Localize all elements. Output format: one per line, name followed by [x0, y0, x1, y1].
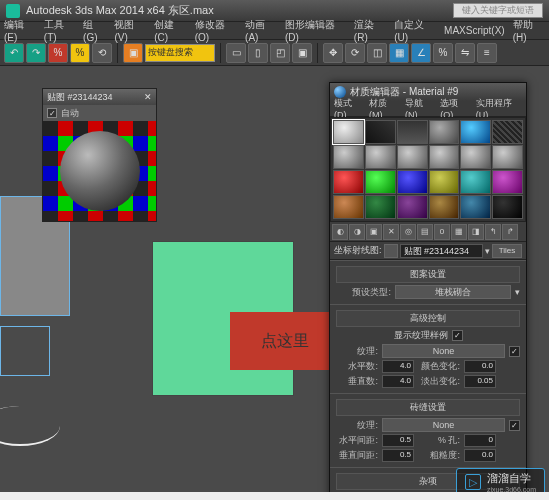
- material-sample-slot[interactable]: [397, 145, 428, 169]
- redo-button[interactable]: ↷: [26, 43, 46, 63]
- scale-button[interactable]: ◫: [367, 43, 387, 63]
- select-button[interactable]: ▣: [123, 43, 143, 63]
- window-crossing-button[interactable]: ▣: [292, 43, 312, 63]
- put-material-button[interactable]: ◑: [349, 224, 365, 240]
- material-sample-slot[interactable]: [460, 120, 491, 144]
- material-sample-slot[interactable]: [492, 145, 523, 169]
- dropdown-icon[interactable]: ▾: [515, 287, 520, 297]
- dropdown-icon[interactable]: ▾: [485, 246, 490, 256]
- menu-create[interactable]: 创建(C): [154, 18, 186, 43]
- material-sample-slot[interactable]: [492, 195, 523, 219]
- colorvar-label: 颜色变化:: [418, 360, 460, 373]
- selection-filter-input[interactable]: [145, 44, 215, 62]
- bind-button[interactable]: ⟲: [92, 43, 112, 63]
- section-header-grout[interactable]: 砖缝设置: [336, 399, 520, 416]
- menu-help[interactable]: 帮助(H): [513, 18, 545, 43]
- texture-window-titlebar[interactable]: 贴图 #23144234 ✕: [43, 89, 156, 105]
- material-sample-slot[interactable]: [429, 145, 460, 169]
- go-parent-button[interactable]: ↰: [485, 224, 501, 240]
- menu-group[interactable]: 组(G): [83, 18, 106, 43]
- menu-modifiers[interactable]: 修改器(O): [195, 18, 237, 43]
- select-name-button[interactable]: ▯: [248, 43, 268, 63]
- align-button[interactable]: ≡: [477, 43, 497, 63]
- material-sample-slot[interactable]: [333, 145, 364, 169]
- menu-customize[interactable]: 自定义(U): [394, 18, 436, 43]
- select-object-button[interactable]: ▭: [226, 43, 246, 63]
- material-sample-slot[interactable]: [397, 195, 428, 219]
- menu-graph[interactable]: 图形编辑器(D): [285, 18, 346, 43]
- material-sample-slot[interactable]: [365, 120, 396, 144]
- material-name-input[interactable]: 贴图 #23144234: [400, 244, 483, 258]
- material-sample-slot[interactable]: [365, 170, 396, 194]
- make-unique-button[interactable]: ◎: [400, 224, 416, 240]
- material-sample-slot[interactable]: [333, 120, 364, 144]
- vgap-spinner[interactable]: 0.5: [382, 449, 414, 462]
- material-sample-slots: [330, 117, 526, 222]
- auto-checkbox[interactable]: ✓: [47, 108, 57, 118]
- material-sample-slot[interactable]: [460, 145, 491, 169]
- snap-button[interactable]: ▦: [389, 43, 409, 63]
- mirror-button[interactable]: ⇋: [455, 43, 475, 63]
- select-region-button[interactable]: ◰: [270, 43, 290, 63]
- material-sample-slot[interactable]: [397, 120, 428, 144]
- menu-maxscript[interactable]: MAXScript(X): [444, 25, 505, 36]
- material-sample-slot[interactable]: [460, 195, 491, 219]
- texture-enable-checkbox[interactable]: ✓: [509, 346, 520, 357]
- rough-spinner[interactable]: 0.0: [464, 449, 496, 462]
- material-sample-slot[interactable]: [397, 170, 428, 194]
- section-header-advanced[interactable]: 高级控制: [336, 310, 520, 327]
- grout-texture-button[interactable]: None: [382, 418, 505, 432]
- menu-views[interactable]: 视图(V): [114, 18, 146, 43]
- scene-spline[interactable]: [0, 406, 60, 446]
- angle-snap-button[interactable]: ∠: [411, 43, 431, 63]
- material-sample-slot[interactable]: [429, 170, 460, 194]
- reset-map-button[interactable]: ✕: [383, 224, 399, 240]
- material-sample-slot[interactable]: [365, 145, 396, 169]
- hcount-spinner[interactable]: 4.0: [382, 360, 414, 373]
- texture-preview-window[interactable]: 贴图 #23144234 ✕ ✓ 自动: [42, 88, 157, 222]
- menu-animation[interactable]: 动画(A): [245, 18, 277, 43]
- tiles-type-button[interactable]: Tiles: [492, 244, 522, 258]
- preset-type-dropdown[interactable]: 堆栈砌合: [395, 285, 511, 299]
- fadevar-spinner[interactable]: 0.05: [464, 375, 496, 388]
- undo-button[interactable]: ↶: [4, 43, 24, 63]
- pick-map-button[interactable]: [384, 244, 398, 258]
- get-material-button[interactable]: ◐: [332, 224, 348, 240]
- show-end-result-button[interactable]: ◨: [468, 224, 484, 240]
- move-button[interactable]: ✥: [323, 43, 343, 63]
- menu-rendering[interactable]: 渲染(R): [354, 18, 386, 43]
- viewport[interactable]: 点这里 贴图 #23144234 ✕ ✓ 自动 材质编辑器 - Material…: [0, 66, 549, 500]
- scene-object[interactable]: [0, 326, 50, 376]
- material-editor-window[interactable]: 材质编辑器 - Material #9 模式(D) 材质(M) 导航(N) 选项…: [329, 82, 527, 500]
- material-sample-slot[interactable]: [460, 170, 491, 194]
- material-sample-slot[interactable]: [492, 170, 523, 194]
- go-forward-button[interactable]: ↱: [502, 224, 518, 240]
- put-library-button[interactable]: ▤: [417, 224, 433, 240]
- rotate-button[interactable]: ⟳: [345, 43, 365, 63]
- colorvar-spinner[interactable]: 0.0: [464, 360, 496, 373]
- link-button[interactable]: %: [48, 43, 68, 63]
- material-sample-slot[interactable]: [492, 120, 523, 144]
- menu-tools[interactable]: 工具(T): [44, 18, 75, 43]
- show-map-button[interactable]: ▦: [451, 224, 467, 240]
- vcount-spinner[interactable]: 4.0: [382, 375, 414, 388]
- material-sample-slot[interactable]: [333, 170, 364, 194]
- material-sample-slot[interactable]: [365, 195, 396, 219]
- holes-spinner[interactable]: 0: [464, 434, 496, 447]
- menu-edit[interactable]: 编辑(E): [4, 18, 36, 43]
- percent-snap-button[interactable]: %: [433, 43, 453, 63]
- help-search-input[interactable]: 键入关键字或短语: [453, 3, 543, 18]
- close-icon[interactable]: ✕: [144, 92, 152, 102]
- hgap-spinner[interactable]: 0.5: [382, 434, 414, 447]
- vgap-label: 垂直间距:: [336, 449, 378, 462]
- texture-map-button[interactable]: None: [382, 344, 505, 358]
- material-sample-slot[interactable]: [333, 195, 364, 219]
- show-texture-checkbox[interactable]: ✓: [452, 330, 463, 341]
- material-sample-slot[interactable]: [429, 195, 460, 219]
- assign-material-button[interactable]: ▣: [366, 224, 382, 240]
- material-id-button[interactable]: 0: [434, 224, 450, 240]
- grout-enable-checkbox[interactable]: ✓: [509, 420, 520, 431]
- material-sample-slot[interactable]: [429, 120, 460, 144]
- section-header-pattern[interactable]: 图案设置: [336, 266, 520, 283]
- unlink-button[interactable]: %: [70, 43, 90, 63]
